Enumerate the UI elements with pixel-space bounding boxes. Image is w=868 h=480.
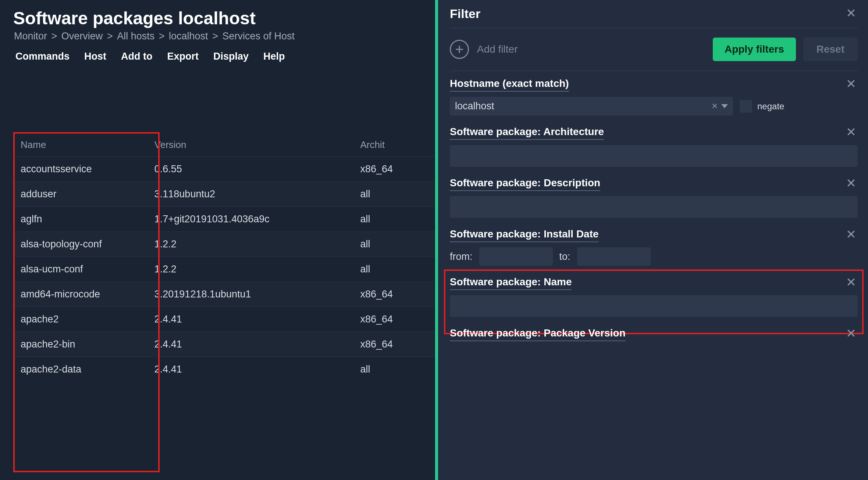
- table-row[interactable]: amd64-microcode 3.20191218.1ubuntu1 x86_…: [13, 282, 436, 307]
- cell-version: 0.6.55: [154, 163, 360, 175]
- column-header-name[interactable]: Name: [21, 139, 154, 151]
- cell-arch: x86_64: [360, 289, 429, 300]
- hostname-select[interactable]: localhost ×: [450, 97, 733, 116]
- table-row[interactable]: alsa-topology-conf 1.2.2 all: [13, 232, 436, 257]
- breadcrumb-separator: >: [107, 31, 113, 42]
- negate-label: negate: [757, 101, 784, 112]
- from-label: from:: [450, 251, 473, 262]
- clear-icon[interactable]: ×: [712, 100, 718, 112]
- page-title: Software packages localhost: [13, 8, 435, 28]
- date-to-input[interactable]: [577, 247, 651, 266]
- filter-pkg-version-label: Software package: Package Version: [450, 327, 626, 341]
- filter-arch-label: Software package: Architecture: [450, 126, 604, 140]
- table-row[interactable]: aglfn 1.7+git20191031.4036a9c all: [13, 207, 436, 232]
- column-header-version[interactable]: Version: [154, 139, 360, 151]
- table-row[interactable]: apache2-data 2.4.41 all: [13, 357, 436, 382]
- remove-filter-icon[interactable]: [844, 229, 858, 241]
- cell-version: 1.7+git20191031.4036a9c: [154, 213, 360, 225]
- cell-version: 3.118ubuntu2: [154, 188, 360, 200]
- add-filter-button[interactable]: Add filter: [450, 40, 705, 59]
- cell-version: 1.2.2: [154, 239, 360, 250]
- cell-name: apache2-data: [21, 364, 154, 375]
- plus-icon: [450, 40, 469, 59]
- filter-desc-label: Software package: Description: [450, 177, 600, 191]
- breadcrumb-item[interactable]: Monitor: [14, 31, 47, 42]
- cell-name: aglfn: [21, 213, 154, 225]
- breadcrumb-item[interactable]: localhost: [169, 31, 208, 42]
- toolbar-display[interactable]: Display: [213, 51, 249, 62]
- cell-arch: all: [360, 364, 429, 375]
- cell-version: 2.4.41: [154, 339, 360, 350]
- cell-version: 1.2.2: [154, 264, 360, 275]
- apply-filters-button[interactable]: Apply filters: [713, 38, 796, 61]
- close-icon[interactable]: [844, 8, 858, 20]
- table-header-row: Name Version Archit: [13, 133, 436, 156]
- breadcrumb-separator: >: [51, 31, 57, 42]
- remove-filter-icon[interactable]: [844, 277, 858, 289]
- table-row[interactable]: apache2-bin 2.4.41 x86_64: [13, 332, 436, 357]
- breadcrumb-separator: >: [159, 31, 165, 42]
- filter-pkg-name-input[interactable]: [450, 295, 858, 317]
- table-row[interactable]: alsa-ucm-conf 1.2.2 all: [13, 257, 436, 282]
- hostname-value: localhost: [455, 100, 494, 112]
- cell-arch: all: [360, 239, 429, 250]
- cell-name: apache2-bin: [21, 339, 154, 350]
- cell-arch: x86_64: [360, 339, 429, 350]
- table-row[interactable]: adduser 3.118ubuntu2 all: [13, 181, 436, 207]
- table-row[interactable]: accountsservice 0.6.55 x86_64: [13, 156, 436, 181]
- cell-name: amd64-microcode: [21, 289, 154, 300]
- cell-version: 2.4.41: [154, 314, 360, 325]
- cell-arch: x86_64: [360, 163, 429, 175]
- negate-checkbox[interactable]: [740, 100, 752, 113]
- cell-version: 3.20191218.1ubuntu1: [154, 289, 360, 300]
- cell-arch: all: [360, 188, 429, 200]
- column-header-arch[interactable]: Archit: [360, 139, 429, 151]
- toolbar-host[interactable]: Host: [84, 51, 106, 62]
- cell-name: adduser: [21, 188, 154, 200]
- cell-arch: all: [360, 213, 429, 225]
- date-from-input[interactable]: [479, 247, 553, 266]
- remove-filter-icon[interactable]: [844, 78, 858, 91]
- cell-name: accountsservice: [21, 163, 154, 175]
- remove-filter-icon[interactable]: [844, 328, 858, 340]
- breadcrumb-item[interactable]: Overview: [61, 31, 103, 42]
- cell-name: alsa-topology-conf: [21, 239, 154, 250]
- reset-button[interactable]: Reset: [803, 38, 858, 61]
- toolbar: Commands Host Add to Export Display Help: [13, 51, 435, 62]
- breadcrumb: Monitor > Overview > All hosts > localho…: [13, 31, 435, 42]
- cell-name: apache2: [21, 314, 154, 325]
- breadcrumb-item[interactable]: All hosts: [117, 31, 154, 42]
- filter-panel: Filter Add filter Apply filters Reset Ho…: [435, 0, 868, 480]
- filter-arch-input[interactable]: [450, 145, 858, 167]
- remove-filter-icon[interactable]: [844, 127, 858, 139]
- cell-version: 2.4.41: [154, 364, 360, 375]
- toolbar-commands[interactable]: Commands: [15, 51, 70, 62]
- cell-arch: all: [360, 264, 429, 275]
- filter-install-date-label: Software package: Install Date: [450, 228, 599, 242]
- filter-desc-input[interactable]: [450, 196, 858, 218]
- filter-panel-title: Filter: [450, 7, 480, 21]
- remove-filter-icon[interactable]: [844, 178, 858, 190]
- toolbar-export[interactable]: Export: [167, 51, 199, 62]
- toolbar-help[interactable]: Help: [263, 51, 285, 62]
- filter-hostname-label: Hostname (exact match): [450, 78, 569, 92]
- breadcrumb-item[interactable]: Services of Host: [222, 31, 295, 42]
- to-label: to:: [559, 251, 570, 262]
- toolbar-add-to[interactable]: Add to: [121, 51, 152, 62]
- chevron-down-icon[interactable]: [721, 104, 728, 108]
- table-row[interactable]: apache2 2.4.41 x86_64: [13, 307, 436, 332]
- cell-name: alsa-ucm-conf: [21, 264, 154, 275]
- filter-pkg-name-label: Software package: Name: [450, 276, 572, 290]
- add-filter-label: Add filter: [477, 43, 518, 55]
- cell-arch: x86_64: [360, 314, 429, 325]
- breadcrumb-separator: >: [212, 31, 218, 42]
